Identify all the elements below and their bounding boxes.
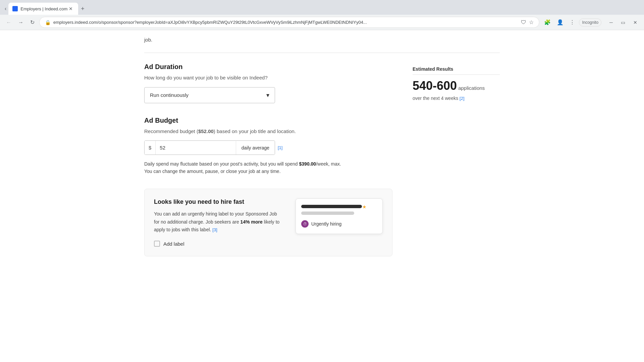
forward-button[interactable]: →	[16, 18, 25, 27]
extensions-button[interactable]: 🧩	[542, 18, 553, 27]
right-column: Estimated Results 540-600applications ov…	[413, 63, 500, 256]
ad-duration-section: Ad Duration How long do you want your jo…	[144, 63, 392, 103]
tab-title: Employers | Indeed.com	[20, 6, 67, 11]
tab-close-button[interactable]: ✕	[67, 5, 74, 12]
estimated-footnote[interactable]: [2]	[460, 96, 464, 101]
hire-fast-description: You can add an urgently hiring label to …	[154, 210, 282, 234]
change-note: You can change the amount, pause, or clo…	[144, 169, 281, 174]
back-button[interactable]: ←	[4, 18, 13, 27]
tab-favicon	[12, 6, 18, 11]
ad-duration-description: How long do you want your job to be visi…	[144, 74, 392, 82]
daily-average-button[interactable]: daily average	[236, 141, 275, 155]
settings-button[interactable]: ⋮	[568, 18, 577, 27]
urgently-badge: ⏱ Urgently hiring	[301, 220, 377, 228]
main-layout: Ad Duration How long do you want your jo…	[144, 63, 500, 256]
browser-chrome: ‹ Employers | Indeed.com ✕ + ← → ↻ 🔒 emp…	[0, 0, 644, 30]
ad-budget-title: Ad Budget	[144, 117, 392, 124]
card-bar-long: ★	[301, 205, 362, 208]
ad-budget-section: Ad Budget Recommended budget ($52.00) ba…	[144, 117, 392, 175]
hire-fast-footnote[interactable]: [3]	[212, 227, 217, 232]
chevron-down-icon: ▾	[266, 92, 269, 99]
ad-duration-dropdown[interactable]: Run continuously ▾	[144, 87, 275, 103]
url-bar[interactable]: 🔒 employers.indeed.com/o/sponsor/sponsor…	[39, 17, 539, 28]
spend-note: Daily spend may fluctuate based on your …	[144, 160, 392, 175]
hire-fast-content: Looks like you need to hire fast You can…	[154, 198, 282, 247]
applications-count: 540-600	[413, 79, 457, 93]
spend-note-suffix: /week, max.	[316, 161, 341, 167]
minimize-button[interactable]: ─	[607, 18, 615, 26]
maximize-button[interactable]: ▭	[618, 18, 628, 26]
hire-fast-section: Looks like you need to hire fast You can…	[144, 189, 392, 256]
close-button[interactable]: ✕	[631, 18, 640, 26]
ad-budget-description: Recommended budget ($52.00) based on you…	[144, 128, 392, 135]
budget-number-input[interactable]	[156, 141, 235, 155]
incognito-badge: Incognito	[579, 18, 601, 26]
over-weeks-text: over the next 4 weeks [2]	[413, 96, 500, 101]
lock-icon: 🔒	[45, 20, 51, 25]
dropdown-selected-value: Run continuously	[150, 92, 189, 98]
left-column: Ad Duration How long do you want your jo…	[144, 63, 392, 256]
star-icon: ★	[362, 204, 367, 209]
budget-input-row: $ daily average [1]	[144, 140, 392, 155]
profile-button[interactable]: 👤	[555, 18, 566, 27]
urgently-hiring-card: ★ ⏱ Urgently hiring	[296, 198, 383, 234]
ad-duration-title: Ad Duration	[144, 63, 392, 71]
refresh-button[interactable]: ↻	[28, 18, 37, 27]
spend-note-text: Daily spend may fluctuate based on your …	[144, 161, 299, 167]
urgently-hiring-label: Urgently hiring	[311, 221, 341, 227]
add-label-row: Add label	[154, 241, 282, 247]
add-label-checkbox[interactable]	[154, 241, 160, 247]
page-content: job. Ad Duration How long do you want yo…	[131, 30, 513, 270]
currency-symbol: $	[145, 141, 156, 155]
tab-back-nav[interactable]: ‹	[3, 4, 8, 13]
estimated-results: Estimated Results 540-600applications ov…	[413, 63, 500, 101]
tab-bar: ‹ Employers | Indeed.com ✕ +	[0, 0, 644, 15]
new-tab-button[interactable]: +	[78, 4, 87, 14]
window-controls: ─ ▭ ✕	[607, 18, 640, 26]
estimated-results-title: Estimated Results	[413, 66, 500, 75]
applications-row: 540-600applications	[413, 79, 500, 93]
budget-input-wrapper: $ daily average	[144, 140, 275, 155]
hire-fast-title: Looks like you need to hire fast	[154, 198, 282, 205]
address-bar: ← → ↻ 🔒 employers.indeed.com/o/sponsor/s…	[0, 15, 644, 30]
active-tab[interactable]: Employers | Indeed.com ✕	[8, 3, 78, 15]
applications-label: applications	[458, 85, 485, 91]
percentage-bold: 14% more	[240, 219, 263, 225]
add-label-text: Add label	[163, 241, 184, 247]
bookmark-icon[interactable]: ☆	[529, 19, 534, 25]
card-bar-medium	[301, 212, 354, 215]
url-text: employers.indeed.com/o/sponsor/sponsor?e…	[53, 20, 518, 25]
top-text: job.	[144, 37, 500, 43]
recommended-amount: $52.00	[198, 128, 214, 134]
max-weekly-amount: $390.00	[299, 161, 316, 167]
section-divider	[144, 53, 500, 53]
shield-icon: 🛡	[521, 19, 526, 25]
budget-footnote-ref[interactable]: [1]	[278, 145, 282, 150]
browser-icons: 🧩 👤 ⋮ Incognito	[542, 18, 601, 27]
clock-icon: ⏱	[301, 220, 309, 228]
